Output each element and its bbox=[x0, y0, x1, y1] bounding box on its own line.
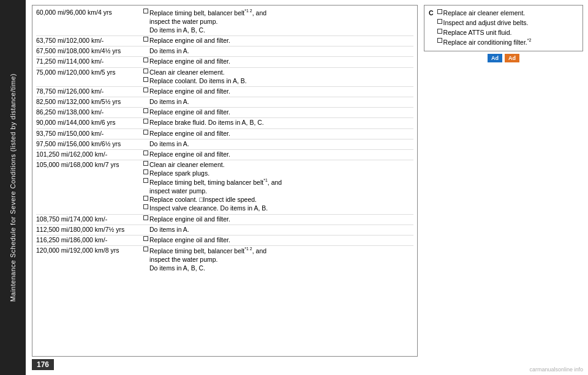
maintenance-table: 60,000 mi/96,000 km/4 yrsReplace timing … bbox=[32, 5, 418, 357]
service-text: Replace spark plugs. bbox=[149, 169, 209, 177]
checkbox[interactable] bbox=[143, 87, 148, 92]
service-text: Replace coolant. Do items in A, B. bbox=[149, 76, 247, 85]
checkbox[interactable] bbox=[143, 236, 148, 241]
table-row: 63,750 mi/102,000 km/-Replace engine oil… bbox=[36, 36, 413, 45]
service-line: Do items in A, B, C. bbox=[143, 264, 413, 272]
service-line: Do items in A. bbox=[143, 46, 413, 55]
service-text: Inspect valve clearance. Do items in A, … bbox=[149, 204, 268, 212]
service-line: Replace engine oil and filter. bbox=[143, 236, 413, 244]
service-line: Do items in A. bbox=[143, 225, 413, 234]
table-row: 60,000 mi/96,000 km/4 yrsReplace timing … bbox=[36, 8, 413, 34]
service-cell: Replace timing belt, balancer belt*1 2, … bbox=[143, 246, 413, 272]
checkbox[interactable] bbox=[143, 119, 148, 124]
box-c-item: Inspect and adjust drive belts. bbox=[437, 18, 532, 28]
item-text: Inspect and adjust drive belts. bbox=[443, 18, 529, 28]
box-c-item: Replace air conditioning filter.*2 bbox=[437, 37, 532, 47]
box-c-item: Replace ATTS unit fluid. bbox=[437, 28, 532, 38]
service-cell: Replace engine oil and filter. bbox=[143, 236, 413, 244]
checkbox[interactable] bbox=[143, 108, 148, 113]
service-cell: Replace engine oil and filter. bbox=[143, 108, 413, 116]
table-row: 112,500 mi/180,000 km/7½ yrsDo items in … bbox=[36, 225, 413, 234]
service-cell: Replace engine oil and filter. bbox=[143, 215, 413, 223]
service-line: Clean air cleaner element. bbox=[143, 160, 413, 169]
page-number: 176 bbox=[32, 359, 54, 370]
service-line: Replace engine oil and filter. bbox=[143, 36, 413, 45]
service-text: Replace coolant. □Inspect idle speed. bbox=[149, 195, 257, 204]
columns: 60,000 mi/96,000 km/4 yrsReplace timing … bbox=[32, 5, 583, 357]
service-text: Replace timing belt, balancer belt*1 2, … bbox=[149, 246, 266, 255]
service-cell: Do items in A. bbox=[143, 97, 413, 106]
service-cell: Replace engine oil and filter. bbox=[143, 36, 413, 45]
service-cell: Replace engine oil and filter. bbox=[143, 57, 413, 65]
interval-cell: 63,750 mi/102,000 km/- bbox=[36, 36, 143, 45]
service-text: Replace engine oil and filter. bbox=[149, 108, 230, 116]
checkbox[interactable] bbox=[143, 69, 148, 73]
checkbox[interactable] bbox=[143, 77, 148, 82]
service-line: Do items in A. bbox=[143, 97, 413, 106]
service-cell: Clean air cleaner element.Replace coolan… bbox=[143, 68, 413, 85]
checkbox[interactable] bbox=[143, 196, 148, 201]
sidebar: Maintenance Schedule for Severe Conditio… bbox=[0, 0, 26, 375]
interval-cell: 75,000 mi/120,000 km/5 yrs bbox=[36, 68, 143, 85]
item-text: Replace air conditioning filter.*2 bbox=[443, 37, 532, 47]
service-text: Replace engine oil and filter. bbox=[149, 129, 230, 138]
table-row: 82,500 mi/132,000 km/5½ yrsDo items in A… bbox=[36, 97, 413, 106]
checkbox[interactable] bbox=[437, 29, 442, 34]
service-text: Replace brake fluid. Do items in A, B, C… bbox=[149, 118, 264, 127]
service-line: Replace timing belt, balancer belt*1 2, … bbox=[143, 246, 413, 255]
checkbox[interactable] bbox=[143, 130, 148, 135]
service-line: Replace engine oil and filter. bbox=[143, 57, 413, 65]
service-text: Replace engine oil and filter. bbox=[149, 150, 230, 158]
checkbox[interactable] bbox=[143, 58, 148, 62]
service-line: Replace engine oil and filter. bbox=[143, 87, 413, 95]
checkbox[interactable] bbox=[143, 37, 148, 42]
table-row: 116,250 mi/186,000 km/-Replace engine oi… bbox=[36, 236, 413, 244]
checkbox[interactable] bbox=[143, 215, 148, 220]
service-cell: Clean air cleaner element.Replace spark … bbox=[143, 160, 413, 213]
checkbox[interactable] bbox=[437, 19, 442, 24]
interval-cell: 93,750 mi/150,000 km/- bbox=[36, 129, 143, 138]
service-line: Replace spark plugs. bbox=[143, 169, 413, 177]
interval-cell: 90,000 mi/144,000 km/6 yrs bbox=[36, 118, 143, 127]
service-line: Replace timing belt, timing balancer bel… bbox=[143, 177, 413, 187]
service-line: inspect the water pump. bbox=[143, 255, 413, 264]
interval-cell: 105,000 mi/168,000 km/7 yrs bbox=[36, 160, 143, 213]
table-row: 120,000 mi/192,000 km/8 yrsReplace timin… bbox=[36, 246, 413, 272]
checkbox[interactable] bbox=[437, 9, 442, 14]
checkbox[interactable] bbox=[143, 204, 148, 209]
service-line: Replace timing belt, balancer belt*1 2, … bbox=[143, 8, 413, 17]
table-row: 108,750 mi/174,000 km/-Replace engine oi… bbox=[36, 215, 413, 223]
service-line: inspect water pump. bbox=[143, 187, 413, 195]
service-cell: Replace brake fluid. Do items in A, B, C… bbox=[143, 118, 413, 127]
service-line: Do items in A. bbox=[143, 139, 413, 148]
watermark-text: carmanualsonline info bbox=[529, 366, 583, 373]
box-c-item: Replace air cleaner element. bbox=[437, 9, 532, 18]
service-line: inspect the water pump. bbox=[143, 17, 413, 26]
service-line: Replace engine oil and filter. bbox=[143, 215, 413, 223]
checkbox[interactable] bbox=[143, 9, 148, 13]
interval-cell: 71,250 mi/114,000 km/- bbox=[36, 57, 143, 65]
checkbox[interactable] bbox=[143, 161, 148, 166]
sidebar-label: Maintenance Schedule for Severe Conditio… bbox=[9, 73, 17, 302]
service-line: Replace coolant. □Inspect idle speed. bbox=[143, 195, 413, 204]
interval-cell: 112,500 mi/180,000 km/7½ yrs bbox=[36, 225, 143, 234]
bottom-bar: 176 bbox=[32, 357, 583, 370]
table-row: 78,750 mi/126,000 km/-Replace engine oil… bbox=[36, 87, 413, 95]
table-row: 75,000 mi/120,000 km/5 yrsClean air clea… bbox=[36, 68, 413, 85]
service-line: Inspect valve clearance. Do items in A, … bbox=[143, 204, 413, 212]
checkbox[interactable] bbox=[143, 169, 148, 174]
item-text: Replace ATTS unit fluid. bbox=[443, 28, 512, 38]
service-text: Clean air cleaner element. bbox=[149, 68, 225, 76]
service-text: Do items in A. bbox=[149, 225, 189, 234]
checkbox[interactable] bbox=[143, 178, 148, 183]
service-text: inspect water pump. bbox=[149, 187, 207, 195]
checkbox[interactable] bbox=[143, 150, 148, 155]
table-row: 97,500 mi/156,000 km/6½ yrsDo items in A… bbox=[36, 139, 413, 148]
checkbox[interactable] bbox=[437, 38, 442, 43]
right-box: CReplace air cleaner element.Inspect and… bbox=[424, 5, 583, 357]
checkbox[interactable] bbox=[143, 247, 148, 251]
ad-orange[interactable]: Ad bbox=[505, 54, 519, 62]
ad-blue[interactable]: Ad bbox=[488, 54, 502, 62]
service-line: Replace engine oil and filter. bbox=[143, 108, 413, 116]
box-c-items: Replace air cleaner element.Inspect and … bbox=[437, 9, 532, 48]
